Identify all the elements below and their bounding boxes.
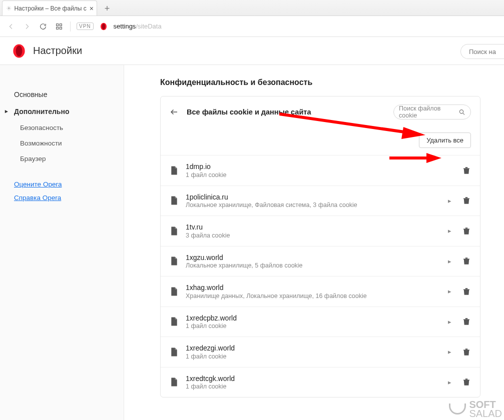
- svg-rect-26: [465, 379, 468, 380]
- svg-rect-13: [463, 168, 469, 169]
- reload-button[interactable]: [38, 22, 48, 32]
- site-desc: Локальное хранилище, 5 файлов cookie: [186, 262, 441, 269]
- chevron-right-icon[interactable]: ▸: [448, 288, 453, 295]
- svg-rect-21: [463, 289, 469, 290]
- opera-icon: [100, 22, 108, 30]
- bowl-icon: [449, 404, 466, 414]
- file-icon: [170, 226, 179, 236]
- close-icon[interactable]: ×: [90, 4, 94, 12]
- site-row[interactable]: 1tv.ru3 файла cookie▸: [161, 216, 480, 246]
- svg-point-8: [16, 45, 23, 56]
- page-title: Настройки: [33, 45, 82, 56]
- trash-icon[interactable]: [462, 226, 471, 236]
- settings-header: Настройки Поиск на: [0, 37, 504, 65]
- svg-line-11: [463, 113, 464, 114]
- site-name: 1policlinica.ru: [186, 193, 441, 202]
- svg-rect-23: [463, 320, 469, 320]
- main-content: Конфиденциальность и безопасность Все фа…: [124, 65, 504, 420]
- svg-point-10: [459, 110, 463, 113]
- site-text: 1xredezgi.world1 файл cookie: [186, 344, 441, 360]
- sidebar-item-advanced[interactable]: Дополнительно: [0, 103, 124, 120]
- svg-rect-3: [57, 27, 59, 29]
- site-name: 1xhag.world: [186, 284, 441, 292]
- svg-rect-27: [463, 380, 469, 381]
- svg-rect-19: [463, 259, 469, 260]
- chevron-right-icon[interactable]: ▸: [448, 348, 453, 356]
- file-icon: [170, 256, 179, 266]
- site-text: 1xredcpbz.world1 файл cookie: [186, 314, 441, 330]
- svg-rect-12: [465, 167, 468, 168]
- svg-rect-14: [465, 198, 468, 198]
- svg-point-0: [9, 8, 10, 8]
- forward-button[interactable]: [22, 22, 32, 32]
- site-row[interactable]: 1xgzu.worldЛокальное хранилище, 5 файлов…: [161, 246, 480, 276]
- trash-icon[interactable]: [462, 256, 471, 266]
- sidebar-item-browser[interactable]: Браузер: [0, 151, 124, 166]
- file-icon: [170, 166, 179, 176]
- chevron-right-icon[interactable]: ▸: [448, 227, 453, 234]
- cookie-search-input[interactable]: Поиск файлов cookie: [393, 104, 471, 120]
- chevron-right-icon[interactable]: ▸: [448, 318, 453, 326]
- trash-icon[interactable]: [462, 166, 471, 175]
- chevron-right-icon[interactable]: ▸: [448, 258, 453, 265]
- site-text: 1xredtcgk.world1 файл cookie: [186, 374, 441, 390]
- browser-tab-bar: Настройки – Все файлы c × +: [0, 0, 504, 16]
- file-icon: [170, 286, 179, 296]
- separator: [70, 22, 71, 32]
- svg-rect-16: [465, 228, 468, 228]
- card-title: Все файлы cookie и данные сайта: [187, 108, 385, 116]
- file-icon: [170, 377, 179, 387]
- site-row[interactable]: 1xhag.worldХранилище данных, Локальное х…: [161, 276, 480, 306]
- browser-tab-active[interactable]: Настройки – Все файлы c ×: [2, 0, 97, 16]
- sidebar-item-security[interactable]: Безопасность: [0, 120, 124, 136]
- address-prefix: settings: [114, 22, 136, 30]
- search-icon: [458, 108, 465, 116]
- site-desc: 1 файл cookie: [186, 322, 441, 330]
- svg-rect-15: [463, 198, 469, 200]
- site-row[interactable]: 1xredcpbz.world1 файл cookie▸: [161, 306, 480, 337]
- speed-dial-icon[interactable]: [54, 22, 64, 32]
- new-tab-button[interactable]: +: [100, 2, 114, 16]
- sidebar-link-rate[interactable]: Оцените Opera: [14, 180, 110, 188]
- sidebar-item-basic[interactable]: Основные: [0, 86, 124, 103]
- site-desc: Хранилище данных, Локальное хранилище, 1…: [186, 292, 441, 300]
- svg-rect-25: [463, 350, 469, 350]
- chevron-right-icon[interactable]: ▸: [448, 197, 453, 204]
- trash-icon[interactable]: [462, 196, 471, 205]
- gear-icon: [7, 5, 11, 12]
- vpn-badge[interactable]: VPN: [77, 22, 94, 30]
- site-row[interactable]: 1policlinica.ruЛокальное хранилище, Файл…: [161, 186, 480, 216]
- chevron-right-icon[interactable]: ▸: [448, 378, 453, 386]
- settings-search-input[interactable]: Поиск на: [460, 44, 504, 59]
- back-arrow-icon[interactable]: [170, 108, 179, 116]
- site-data-card: Все файлы cookie и данные сайта Поиск фа…: [160, 96, 480, 398]
- trash-icon[interactable]: [462, 378, 471, 386]
- site-name: 1tv.ru: [186, 223, 441, 232]
- trash-icon[interactable]: [462, 287, 471, 296]
- browser-toolbar: VPN settings/siteData: [0, 16, 504, 37]
- back-button[interactable]: [6, 22, 16, 32]
- site-name: 1xgzu.world: [186, 254, 441, 262]
- file-icon: [170, 316, 179, 326]
- site-row[interactable]: 1xredezgi.world1 файл cookie▸: [161, 336, 480, 367]
- trash-icon[interactable]: [462, 348, 471, 356]
- site-desc: 3 файла cookie: [186, 232, 441, 239]
- site-desc: 1 файл cookie: [186, 383, 441, 390]
- tab-title: Настройки – Все файлы c: [14, 5, 86, 12]
- svg-rect-18: [465, 258, 468, 259]
- site-row[interactable]: 1xredtcgk.world1 файл cookie▸: [161, 367, 480, 398]
- trash-icon[interactable]: [462, 317, 471, 326]
- sidebar-link-help[interactable]: Справка Opera: [14, 194, 110, 202]
- svg-rect-20: [465, 288, 468, 289]
- site-text: 1tv.ru3 файла cookie: [186, 223, 441, 239]
- address-bar[interactable]: settings/siteData: [114, 22, 162, 30]
- site-name: 1dmp.io: [186, 162, 441, 172]
- section-title: Конфиденциальность и безопасность: [160, 78, 496, 87]
- site-name: 1xredtcgk.world: [186, 374, 441, 384]
- cookie-search-placeholder: Поиск файлов cookie: [399, 105, 458, 119]
- sidebar-item-features[interactable]: Возможности: [0, 136, 124, 151]
- delete-all-button[interactable]: Удалить все: [419, 132, 471, 148]
- site-name: 1xredezgi.world: [186, 344, 441, 353]
- site-row[interactable]: 1dmp.io1 файл cookie: [161, 155, 480, 186]
- site-text: 1xgzu.worldЛокальное хранилище, 5 файлов…: [186, 254, 441, 270]
